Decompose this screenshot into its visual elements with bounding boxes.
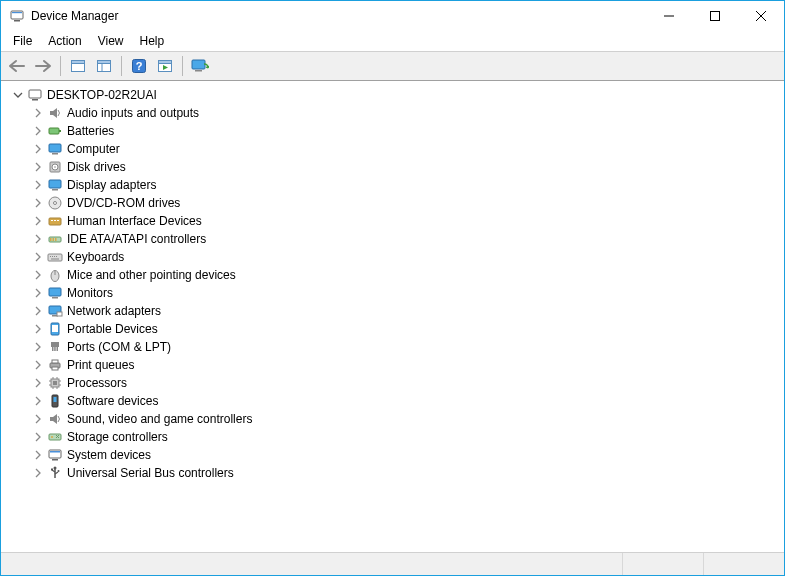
chevron-right-icon[interactable] bbox=[31, 358, 45, 372]
tree-node-label: Mice and other pointing devices bbox=[67, 268, 236, 282]
toolbar-back-button[interactable] bbox=[5, 54, 29, 78]
statusbar bbox=[1, 552, 784, 575]
svg-text:?: ? bbox=[136, 60, 143, 72]
chevron-right-icon[interactable] bbox=[31, 214, 45, 228]
chevron-right-icon[interactable] bbox=[31, 232, 45, 246]
chevron-right-icon[interactable] bbox=[31, 322, 45, 336]
chevron-right-icon[interactable] bbox=[31, 430, 45, 444]
tree-node-label: Processors bbox=[67, 376, 127, 390]
tree-node[interactable]: Human Interface Devices bbox=[31, 212, 784, 230]
titlebar: Device Manager bbox=[1, 1, 784, 31]
chevron-right-icon[interactable] bbox=[31, 466, 45, 480]
chevron-right-icon[interactable] bbox=[31, 412, 45, 426]
status-panel bbox=[622, 553, 703, 575]
tree-node[interactable]: Software devices bbox=[31, 392, 784, 410]
tree-node-label: Universal Serial Bus controllers bbox=[67, 466, 234, 480]
tree-node-label: Ports (COM & LPT) bbox=[67, 340, 171, 354]
menu-action[interactable]: Action bbox=[40, 32, 89, 50]
tree-node[interactable]: DVD/CD-ROM drives bbox=[31, 194, 784, 212]
tree-node[interactable]: System devices bbox=[31, 446, 784, 464]
toolbar-separator bbox=[121, 56, 122, 76]
tree-node[interactable]: Monitors bbox=[31, 284, 784, 302]
svg-rect-8 bbox=[72, 61, 85, 64]
toolbar-action-button[interactable] bbox=[153, 54, 177, 78]
svg-rect-19 bbox=[32, 99, 38, 101]
tree-node[interactable]: Computer bbox=[31, 140, 784, 158]
usb-icon bbox=[47, 465, 63, 481]
chevron-right-icon[interactable] bbox=[31, 376, 45, 390]
chevron-right-icon[interactable] bbox=[31, 340, 45, 354]
toolbar-properties-button[interactable] bbox=[92, 54, 116, 78]
battery-icon bbox=[47, 123, 63, 139]
menubar: File Action View Help bbox=[1, 31, 784, 51]
tree-node[interactable]: Portable Devices bbox=[31, 320, 784, 338]
tree-node-label: Portable Devices bbox=[67, 322, 158, 336]
tree-node[interactable]: Processors bbox=[31, 374, 784, 392]
tree-node[interactable]: Batteries bbox=[31, 122, 784, 140]
tree-node[interactable]: Disk drives bbox=[31, 158, 784, 176]
monitor-icon bbox=[47, 141, 63, 157]
tree-node[interactable]: Print queues bbox=[31, 356, 784, 374]
hid-icon bbox=[47, 213, 63, 229]
window-title: Device Manager bbox=[31, 9, 118, 23]
toolbar: ? bbox=[1, 51, 784, 81]
close-button[interactable] bbox=[738, 1, 784, 31]
monitor-icon bbox=[47, 177, 63, 193]
toolbar-forward-button[interactable] bbox=[31, 54, 55, 78]
tree-node[interactable]: Audio inputs and outputs bbox=[31, 104, 784, 122]
tree-node[interactable]: Ports (COM & LPT) bbox=[31, 338, 784, 356]
svg-rect-17 bbox=[195, 70, 202, 72]
chevron-down-icon[interactable] bbox=[11, 88, 25, 102]
svg-rect-18 bbox=[29, 90, 41, 98]
tree-node[interactable]: Universal Serial Bus controllers bbox=[31, 464, 784, 482]
audio-icon bbox=[47, 105, 63, 121]
tree-node-label: Software devices bbox=[67, 394, 158, 408]
toolbar-scan-button[interactable] bbox=[188, 54, 212, 78]
chevron-right-icon[interactable] bbox=[31, 178, 45, 192]
menu-file[interactable]: File bbox=[5, 32, 40, 50]
tree-node[interactable]: Storage controllers bbox=[31, 428, 784, 446]
chevron-right-icon[interactable] bbox=[31, 250, 45, 264]
toolbar-help-button[interactable]: ? bbox=[127, 54, 151, 78]
tree-node-label: Batteries bbox=[67, 124, 114, 138]
storage-icon bbox=[47, 429, 63, 445]
tree-node-label: Storage controllers bbox=[67, 430, 168, 444]
chevron-right-icon[interactable] bbox=[31, 304, 45, 318]
cpu-icon bbox=[47, 375, 63, 391]
status-panel bbox=[1, 553, 622, 575]
tree-node[interactable]: IDE ATA/ATAPI controllers bbox=[31, 230, 784, 248]
chevron-right-icon[interactable] bbox=[31, 142, 45, 156]
tree-node-label: Display adapters bbox=[67, 178, 156, 192]
chevron-right-icon[interactable] bbox=[31, 160, 45, 174]
tree-node-label: Keyboards bbox=[67, 250, 124, 264]
software-icon bbox=[47, 393, 63, 409]
tree-node-label: DVD/CD-ROM drives bbox=[67, 196, 180, 210]
minimize-button[interactable] bbox=[646, 1, 692, 31]
menu-help[interactable]: Help bbox=[132, 32, 173, 50]
menu-view[interactable]: View bbox=[90, 32, 132, 50]
tree-node[interactable]: Network adapters bbox=[31, 302, 784, 320]
tree-node[interactable]: Display adapters bbox=[31, 176, 784, 194]
svg-rect-16 bbox=[192, 60, 205, 69]
computer-icon bbox=[27, 87, 43, 103]
device-tree[interactable]: DESKTOP-02R2UAI Audio inputs and outputs… bbox=[1, 81, 784, 552]
disk-icon bbox=[47, 159, 63, 175]
chevron-right-icon[interactable] bbox=[31, 106, 45, 120]
chevron-right-icon[interactable] bbox=[31, 196, 45, 210]
tree-node[interactable]: Keyboards bbox=[31, 248, 784, 266]
chevron-right-icon[interactable] bbox=[31, 124, 45, 138]
tree-node-label: Computer bbox=[67, 142, 120, 156]
keyboard-icon bbox=[47, 249, 63, 265]
chevron-right-icon[interactable] bbox=[31, 286, 45, 300]
tree-node[interactable]: Sound, video and game controllers bbox=[31, 410, 784, 428]
chevron-right-icon[interactable] bbox=[31, 448, 45, 462]
chevron-right-icon[interactable] bbox=[31, 268, 45, 282]
tree-node[interactable]: Mice and other pointing devices bbox=[31, 266, 784, 284]
tree-node-label: Monitors bbox=[67, 286, 113, 300]
chevron-right-icon[interactable] bbox=[31, 394, 45, 408]
status-panel bbox=[703, 553, 784, 575]
maximize-button[interactable] bbox=[692, 1, 738, 31]
tree-node-label: Disk drives bbox=[67, 160, 126, 174]
tree-root-node[interactable]: DESKTOP-02R2UAI bbox=[11, 86, 784, 104]
toolbar-show-hidden-button[interactable] bbox=[66, 54, 90, 78]
